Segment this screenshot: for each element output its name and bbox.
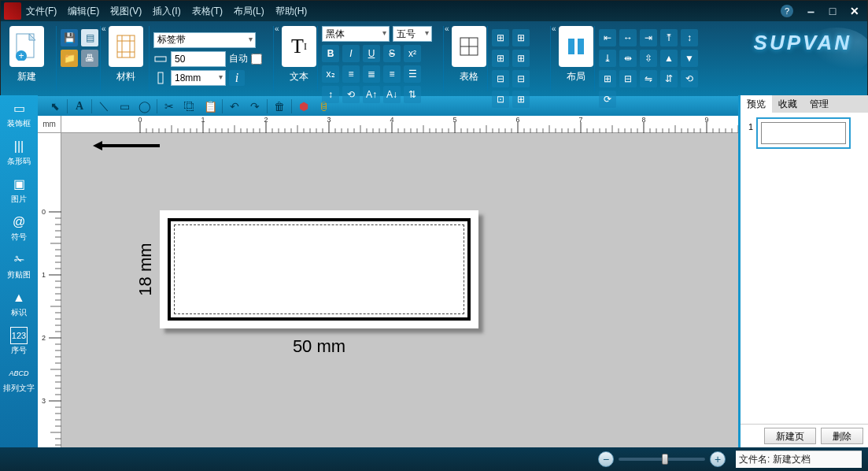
insert-row-above-button[interactable]: ⊞ <box>492 29 509 46</box>
zoom-out-button[interactable]: − <box>598 451 614 467</box>
align-center-h-button[interactable]: ↔ <box>619 29 637 46</box>
merge-cells-button[interactable]: ⊡ <box>492 91 509 108</box>
insert-col-left-button[interactable]: ⊞ <box>492 50 509 67</box>
font-size-combo[interactable]: 五号 <box>393 26 432 42</box>
distribute-h-button[interactable]: ⇹ <box>619 50 637 67</box>
table-button[interactable]: 表格 <box>448 26 490 83</box>
align-bottom-button[interactable]: ⤓ <box>599 50 616 67</box>
cut-tool[interactable]: ✂ <box>159 97 179 116</box>
menu-edit[interactable]: 编辑(E) <box>68 5 99 18</box>
align-right-button[interactable]: ≡ <box>383 65 401 83</box>
superscript-button[interactable]: x² <box>404 45 421 62</box>
increase-font-button[interactable]: A↑ <box>363 86 380 103</box>
bold-button[interactable]: B <box>322 45 339 62</box>
tab-favorites[interactable]: 收藏 <box>772 95 803 113</box>
italic-button[interactable]: I <box>342 45 360 62</box>
image-icon: ▣ <box>10 176 28 193</box>
undo-tool[interactable]: ↶ <box>224 97 245 116</box>
material-button[interactable]: 材料 <box>105 26 147 83</box>
copy-tool[interactable]: ⿻ <box>179 97 200 116</box>
label-object[interactable] <box>160 210 478 328</box>
menu-layout[interactable]: 布局(L) <box>234 5 264 18</box>
folder-button[interactable]: 📁 <box>61 50 78 67</box>
decrease-font-button[interactable]: A↓ <box>383 86 401 103</box>
zoom-in-button[interactable]: + <box>710 451 726 467</box>
left-tool-arrange-text[interactable]: ABCD排列文字 <box>0 360 38 398</box>
subscript-button[interactable]: x₂ <box>322 65 339 83</box>
align-justify-button[interactable]: ☰ <box>404 65 421 83</box>
height-combo[interactable]: 18mm <box>171 70 226 86</box>
split-cells-button[interactable]: ⊞ <box>512 91 530 108</box>
insert-col-right-button[interactable]: ⊞ <box>512 50 530 67</box>
new-page-button[interactable]: 新建页 <box>764 428 816 444</box>
align-right-obj-button[interactable]: ⇥ <box>640 29 657 46</box>
delete-row-button[interactable]: ⊟ <box>492 70 509 87</box>
help-icon[interactable]: ? <box>781 5 793 17</box>
menu-view[interactable]: 视图(V) <box>110 5 142 18</box>
align-left-obj-button[interactable]: ⇤ <box>599 29 616 46</box>
preset-combo[interactable]: 标签带 <box>153 32 256 48</box>
line-tool[interactable]: ＼ <box>94 97 114 116</box>
preview-thumbnail[interactable] <box>756 117 851 149</box>
zoom-slider[interactable] <box>619 458 705 461</box>
left-tool-sign[interactable]: ▲标识 <box>0 284 38 322</box>
tab-manage[interactable]: 管理 <box>803 95 835 113</box>
maximize-button[interactable]: □ <box>823 4 842 18</box>
ungroup-button[interactable]: ⊟ <box>619 70 637 87</box>
select-tool[interactable]: ⬉ <box>45 97 65 116</box>
font-family-combo[interactable]: 黑体 <box>322 26 390 42</box>
underline-button[interactable]: U <box>363 45 380 62</box>
layout-button[interactable]: 布局 <box>555 26 597 83</box>
rotate-text-button[interactable]: ⟲ <box>342 86 360 103</box>
rotate-left-button[interactable]: ⟲ <box>681 70 698 87</box>
align-left-button[interactable]: ≡ <box>342 65 360 83</box>
menu-insert[interactable]: 插入(I) <box>153 5 180 18</box>
minimize-button[interactable]: ‒ <box>801 4 820 18</box>
text-tool[interactable]: A <box>69 97 90 116</box>
left-tool-barcode[interactable]: |||条形码 <box>0 133 38 171</box>
close-button[interactable]: ✕ <box>845 4 864 18</box>
send-back-button[interactable]: ▼ <box>681 50 698 67</box>
lock-tool[interactable]: ⬢ <box>294 97 314 116</box>
left-tool-sequence[interactable]: 123序号 <box>0 322 38 360</box>
vertical-text-button[interactable]: ↕ <box>322 86 339 103</box>
zoom-thumb[interactable] <box>662 454 668 465</box>
align-center-button[interactable]: ≣ <box>363 65 380 83</box>
flip-v-button[interactable]: ⇵ <box>660 70 678 87</box>
redo-tool[interactable]: ↷ <box>245 97 265 116</box>
left-tool-frame[interactable]: ▭装饰框 <box>0 95 38 133</box>
paste-tool[interactable]: 📋 <box>200 97 220 116</box>
align-middle-button[interactable]: ↕ <box>681 29 698 46</box>
delete-col-button[interactable]: ⊟ <box>512 70 530 87</box>
new-button[interactable]: + 新建 <box>6 26 48 83</box>
delete-page-button[interactable]: 删除 <box>821 428 863 444</box>
line-spacing-button[interactable]: ⇅ <box>404 86 421 103</box>
width-icon <box>153 52 168 66</box>
save-button[interactable]: 💾 <box>61 29 78 46</box>
width-input[interactable] <box>171 51 226 67</box>
tab-preview[interactable]: 预览 <box>741 95 772 113</box>
delete-tool[interactable]: 🗑 <box>269 97 290 116</box>
menu-help[interactable]: 帮助(H) <box>275 5 308 18</box>
distribute-v-button[interactable]: ⇳ <box>640 50 657 67</box>
flip-h-button[interactable]: ⇋ <box>640 70 657 87</box>
strike-button[interactable]: S <box>383 45 401 62</box>
rect-tool[interactable]: ▭ <box>114 97 135 116</box>
insert-row-below-button[interactable]: ⊞ <box>512 29 530 46</box>
bring-front-button[interactable]: ▲ <box>660 50 678 67</box>
text-button[interactable]: TI 文本 <box>278 26 320 83</box>
rotate-right-button[interactable]: ⟳ <box>599 91 616 108</box>
ellipse-tool[interactable]: ◯ <box>135 97 155 116</box>
info-button[interactable]: i <box>229 70 245 86</box>
left-tool-symbol[interactable]: @符号 <box>0 209 38 247</box>
group-button[interactable]: ⊞ <box>599 70 616 87</box>
left-tool-clipart[interactable]: ✁剪贴图 <box>0 247 38 284</box>
left-tool-image[interactable]: ▣图片 <box>0 171 38 209</box>
menu-table[interactable]: 表格(T) <box>192 5 223 18</box>
align-top-button[interactable]: ⤒ <box>660 29 678 46</box>
menu-file[interactable]: 文件(F) <box>26 5 57 18</box>
auto-checkbox[interactable] <box>251 54 262 65</box>
open-button[interactable]: ▤ <box>81 29 98 46</box>
print-button[interactable]: 🖶 <box>81 50 98 67</box>
canvas-area[interactable]: 18 mm 50 mm <box>61 133 738 447</box>
